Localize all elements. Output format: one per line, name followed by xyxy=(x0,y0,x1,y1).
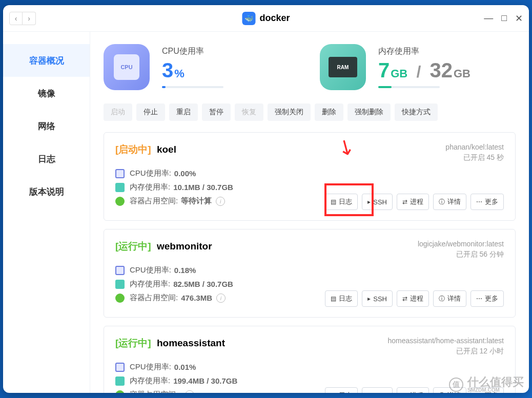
cpu-bar xyxy=(162,86,223,88)
container-name: koel xyxy=(157,144,176,155)
card-buttons: ▤日志 ▸SSH ⇄进程 ⓘ详情 ⋯更多 xyxy=(325,194,504,210)
cpu-icon: CPU xyxy=(104,44,150,90)
sidebar-item-logs[interactable]: 日志 xyxy=(3,142,90,175)
mem-row: 内存使用率: 10.1MB / 30.7GB xyxy=(115,182,504,192)
info-icon[interactable]: i xyxy=(185,390,194,393)
process-button[interactable]: ⇄进程 xyxy=(397,194,429,210)
log-button[interactable]: ▤日志 xyxy=(325,387,358,393)
mem-row-value: 199.4MB / 30.7GB xyxy=(173,376,237,385)
log-icon: ▤ xyxy=(331,392,336,393)
mem-row-label: 内存使用率: xyxy=(130,279,170,289)
restart-button[interactable]: 重启 xyxy=(169,103,198,121)
mem-row-icon xyxy=(115,376,125,386)
ram-value: 7GB / 32GB xyxy=(378,59,516,82)
log-button[interactable]: ▤日志 xyxy=(325,194,358,210)
mem-row-value: 82.5MB / 30.7GB xyxy=(173,280,233,288)
shortcut-button[interactable]: 快捷方式 xyxy=(395,103,438,121)
delete-button[interactable]: 删除 xyxy=(315,103,343,121)
detail-button[interactable]: ⓘ详情 xyxy=(433,194,466,210)
uptime-text: 已开启 12 小时 xyxy=(388,347,504,356)
watermark: 值 什么值得买 SMZDM.COM xyxy=(449,376,524,393)
mem-row-label: 内存使用率: xyxy=(130,376,170,386)
ssh-button[interactable]: ▸SSH xyxy=(362,387,393,393)
disk-value: 476.3MB xyxy=(181,294,212,302)
minimize-button[interactable]: — xyxy=(484,13,493,24)
cpu-row-value: 0.01% xyxy=(174,363,196,371)
image-name: logicjake/webmonitor:latest xyxy=(418,240,504,248)
cpu-row-label: CPU使用率: xyxy=(130,362,171,372)
ram-bar xyxy=(378,86,440,88)
log-button[interactable]: ▤日志 xyxy=(325,290,358,307)
action-bar: 启动 停止 重启 暂停 恢复 强制关闭 删除 强制删除 快捷方式 xyxy=(104,101,516,123)
cpu-row: CPU使用率: 0.00% xyxy=(115,169,504,178)
container-title: [运行中] webmonitor xyxy=(115,240,212,253)
cpu-row: CPU使用率: 0.01% xyxy=(115,362,504,372)
cpu-row-label: CPU使用率: xyxy=(130,169,171,178)
back-button[interactable]: ‹ xyxy=(9,12,23,25)
mem-row-value: 10.1MB / 30.7GB xyxy=(173,183,233,192)
mem-row-label: 内存使用率: xyxy=(130,182,170,192)
more-button[interactable]: ⋯更多 xyxy=(470,194,504,210)
stats-row: CPU CPU使用率 3% RAM 内存使用率 xyxy=(104,44,516,90)
forward-button[interactable]: › xyxy=(23,12,36,25)
cpu-row: CPU使用率: 0.18% xyxy=(115,265,504,275)
status-tag: [运行中] xyxy=(115,241,151,252)
start-button[interactable]: 启动 xyxy=(104,103,132,121)
uptime-text: 已开启 45 秒 xyxy=(445,153,504,162)
mem-row: 内存使用率: 199.4MB / 30.7GB xyxy=(115,376,504,386)
disk-icon xyxy=(115,390,125,393)
close-button[interactable]: ✕ xyxy=(515,13,523,24)
force-delete-button[interactable]: 强制删除 xyxy=(347,103,391,121)
ram-label: 内存使用率 xyxy=(378,46,516,57)
terminal-icon: ▸ xyxy=(367,392,371,393)
sidebar: 容器概况 镜像 网络 日志 版本说明 xyxy=(3,32,90,393)
process-button[interactable]: ⇄进程 xyxy=(397,290,429,307)
force-close-button[interactable]: 强制关闭 xyxy=(268,103,311,121)
terminal-icon: ▸ xyxy=(367,295,371,302)
cpu-row-value: 0.18% xyxy=(174,266,196,275)
stop-button[interactable]: 停止 xyxy=(136,103,165,121)
more-icon: ⋯ xyxy=(476,198,482,205)
sidebar-item-network[interactable]: 网络 xyxy=(3,110,90,142)
resume-button[interactable]: 恢复 xyxy=(235,103,263,121)
image-name: phanan/koel:latest xyxy=(445,143,504,151)
cpu-stat: CPU CPU使用率 3% xyxy=(104,44,299,90)
app-window: ‹ › 🐳 docker — □ ✕ 容器概况 镜像 网络 日志 版本说明 CP… xyxy=(3,5,529,393)
container-title: [运行中] homeassistant xyxy=(115,337,225,350)
status-tag: [运行中] xyxy=(115,338,151,348)
cpu-row-label: CPU使用率: xyxy=(130,265,171,275)
disk-icon xyxy=(115,197,125,206)
window-controls: — □ ✕ xyxy=(484,13,523,24)
disk-label: 容器占用空间: xyxy=(130,196,178,206)
info-icon: ⓘ xyxy=(439,198,445,206)
more-button[interactable]: ⋯更多 xyxy=(470,290,504,307)
cpu-row-icon xyxy=(115,266,125,275)
cpu-row-icon xyxy=(115,363,125,372)
container-card: [启动中] koel phanan/koel:latest 已开启 45 秒 C… xyxy=(104,132,516,221)
detail-button[interactable]: ⓘ详情 xyxy=(433,290,466,307)
cpu-chip: CPU xyxy=(114,54,139,80)
log-icon: ▤ xyxy=(331,295,336,302)
sidebar-item-version[interactable]: 版本说明 xyxy=(3,175,90,208)
info-icon: ⓘ xyxy=(439,391,445,393)
more-icon: ⋯ xyxy=(476,295,482,302)
pause-button[interactable]: 暂停 xyxy=(202,103,231,121)
ssh-button[interactable]: ▸SSH xyxy=(362,290,393,307)
disk-label: 容器占用空间: xyxy=(130,293,178,303)
main-content: CPU CPU使用率 3% RAM 内存使用率 xyxy=(90,32,529,393)
mem-row-icon xyxy=(115,183,125,192)
process-button[interactable]: ⇄进程 xyxy=(397,387,429,393)
ram-icon: RAM xyxy=(320,44,366,90)
container-name: webmonitor xyxy=(157,241,212,252)
disk-icon xyxy=(115,294,125,303)
terminal-icon: ▸ xyxy=(367,198,371,205)
sidebar-item-overview[interactable]: 容器概况 xyxy=(3,44,90,77)
card-buttons: ▤日志 ▸SSH ⇄进程 ⓘ详情 ⋯更多 xyxy=(325,290,504,307)
mem-row-icon xyxy=(115,280,125,289)
cpu-label: CPU使用率 xyxy=(162,46,299,57)
info-icon[interactable]: i xyxy=(216,197,225,206)
ssh-button[interactable]: ▸SSH xyxy=(362,194,393,210)
info-icon[interactable]: i xyxy=(216,294,226,303)
sidebar-item-images[interactable]: 镜像 xyxy=(3,77,90,110)
maximize-button[interactable]: □ xyxy=(501,13,507,24)
